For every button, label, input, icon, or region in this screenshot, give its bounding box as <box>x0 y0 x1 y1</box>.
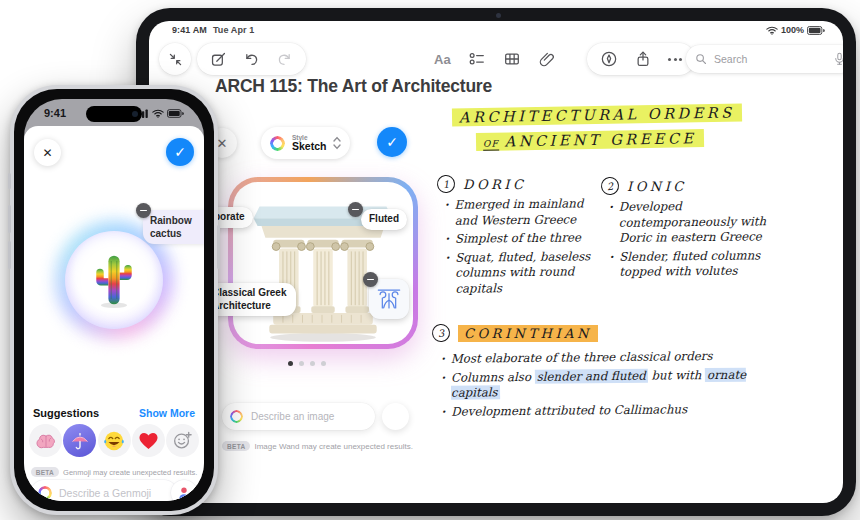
genmoji-beta-disclaimer: BETA Genmoji may create unexpected resul… <box>24 467 204 477</box>
section-ionic-bullets: Developed contemporaneously with Doric i… <box>609 198 788 284</box>
table-button[interactable] <box>503 50 521 68</box>
remove-chip-button[interactable] <box>363 272 378 287</box>
circled-number: 2 <box>600 176 620 196</box>
beta-badge: BETA <box>31 467 59 477</box>
share-button[interactable] <box>634 50 652 68</box>
iphone-screen: 9:41 ✕ ✓ <box>24 99 204 501</box>
attach-button[interactable] <box>538 50 556 68</box>
show-more-link[interactable]: Show More <box>139 407 195 419</box>
ipad-time: 9:41 AM <box>172 25 207 35</box>
image-page-dots[interactable] <box>288 361 326 366</box>
bullet: Development attributed to Callimachus <box>441 401 789 420</box>
page-dot[interactable] <box>321 361 326 366</box>
volume-up-button <box>8 205 11 233</box>
generated-image-card[interactable] <box>228 177 418 349</box>
format-icon-group: Aa <box>434 43 556 75</box>
suggestion-laughing-emoji[interactable] <box>98 424 131 457</box>
wifi-icon <box>152 109 164 118</box>
bullet: Most elaborate of the three classical or… <box>441 348 789 367</box>
compose-button[interactable] <box>210 51 227 68</box>
battery-icon <box>167 109 184 118</box>
wand-chip-fluted[interactable]: Fluted <box>361 209 407 230</box>
page-dot[interactable] <box>299 361 304 366</box>
undo-icon <box>243 51 260 68</box>
iphone-bezel: 9:41 ✕ ✓ <box>14 89 214 511</box>
genmoji-accept-button[interactable]: ✓ <box>166 138 194 166</box>
suggestion-brain-emoji[interactable] <box>29 424 62 457</box>
suggestion-emoji-row <box>29 424 199 457</box>
markup-pen-icon <box>600 50 618 68</box>
apple-intelligence-icon <box>38 486 52 500</box>
text-format-button[interactable]: Aa <box>434 52 451 67</box>
style-value: Sketch <box>292 141 326 153</box>
markup-button[interactable] <box>600 50 618 68</box>
chevron-up-down-icon <box>333 136 341 150</box>
circled-number: 1 <box>436 174 456 194</box>
ipad-screen: 9:41 AMTue Apr 1 100% <box>149 21 843 503</box>
rainbow-cactus-emoji <box>86 249 142 311</box>
add-image-button[interactable] <box>382 403 409 430</box>
iphone-device: 9:41 ✕ ✓ <box>10 85 218 515</box>
page-dot[interactable] <box>310 361 315 366</box>
page-dot[interactable] <box>288 361 293 366</box>
beta-badge: BETA <box>222 441 250 451</box>
describe-image-field[interactable] <box>222 403 375 430</box>
style-swirl-icon <box>270 136 285 151</box>
search-input[interactable] <box>712 52 829 66</box>
suggestion-heart-emoji[interactable] <box>132 424 165 457</box>
heart-emoji-icon <box>138 431 159 450</box>
compose-icon <box>210 51 227 68</box>
check-icon: ✓ <box>386 134 398 150</box>
undo-button[interactable] <box>243 51 260 68</box>
checklist-button[interactable] <box>468 50 486 68</box>
style-selector[interactable]: Style Sketch <box>261 127 350 159</box>
notes-heading-line1: ARCHITECTURAL ORDERS <box>452 104 742 125</box>
bullet: Columns also slender and fluted but with… <box>441 367 789 402</box>
battery-percent: 100% <box>781 25 804 35</box>
ellipsis-icon <box>668 58 671 61</box>
ipad-camera <box>496 13 501 18</box>
tools-button-group <box>587 43 695 75</box>
describe-genmoji-field[interactable] <box>31 480 177 501</box>
describe-image-input[interactable] <box>249 410 367 423</box>
table-icon <box>503 50 521 68</box>
section-corinthian-heading: 3 CORINTHIAN <box>432 324 598 342</box>
wand-chip-sketch-thumbnail[interactable] <box>369 279 409 319</box>
genmoji-chip-rainbow-cactus[interactable]: Rainbow cactus <box>143 210 204 244</box>
ipad-status-icons: 100% <box>766 25 825 35</box>
iphone-time: 9:41 <box>44 107 66 119</box>
action-button <box>8 173 11 189</box>
section-doric-heading: 1 DORIC <box>437 175 526 193</box>
ipad-device: 9:41 AMTue Apr 1 100% <box>136 8 856 516</box>
genmoji-people-button[interactable] <box>171 480 197 501</box>
collapse-button[interactable] <box>159 43 191 75</box>
collapse-arrows-icon <box>167 51 184 68</box>
dictation-mic-icon[interactable] <box>834 52 843 66</box>
paperclip-icon <box>538 50 556 68</box>
person-icon <box>177 486 191 500</box>
remove-chip-button[interactable] <box>348 202 363 217</box>
stage: 9:41 AMTue Apr 1 100% <box>0 0 860 520</box>
bullet: Slender, fluted columns topped with volu… <box>609 248 787 281</box>
image-wand-beta-disclaimer: BETA Image Wand may create unexpected re… <box>222 441 413 451</box>
more-options-button[interactable] <box>668 58 682 61</box>
describe-genmoji-input[interactable] <box>57 486 170 500</box>
checklist-icon <box>468 50 486 68</box>
wand-accept-button[interactable]: ✓ <box>377 127 407 157</box>
redo-button[interactable] <box>276 51 293 68</box>
genmoji-sheet: ✕ ✓ <box>24 126 204 501</box>
volume-down-button <box>8 241 11 269</box>
suggestion-umbrella-genmoji[interactable] <box>63 424 96 457</box>
bullet: Simplest of the three <box>445 230 597 247</box>
search-field[interactable] <box>686 45 843 73</box>
genmoji-close-button[interactable]: ✕ <box>34 139 61 166</box>
ipad-status-bar: 9:41 AMTue Apr 1 <box>172 25 254 35</box>
create-new-emoji-button[interactable] <box>166 424 199 457</box>
apple-intelligence-icon <box>230 410 243 423</box>
remove-chip-button[interactable] <box>136 203 151 218</box>
power-button <box>217 225 220 269</box>
redo-icon <box>276 51 293 68</box>
close-icon: ✕ <box>42 146 52 160</box>
plus-icon <box>389 410 402 423</box>
close-icon: ✕ <box>217 136 228 151</box>
